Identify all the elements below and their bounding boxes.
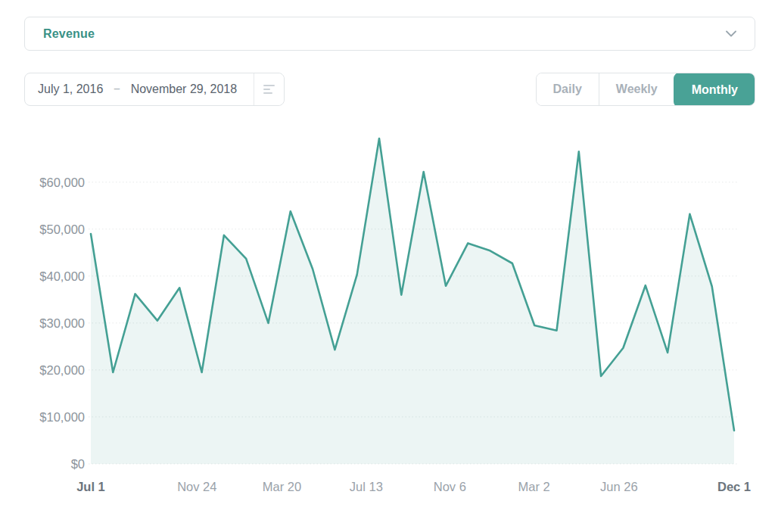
y-axis-tick: $0 — [71, 457, 85, 471]
x-axis-tick: Dec 1 — [717, 480, 751, 493]
x-axis-tick: Mar 2 — [518, 480, 550, 493]
date-presets-button[interactable] — [254, 73, 284, 105]
date-range-picker[interactable]: July 1, 2016 – November 29, 2018 — [24, 73, 285, 106]
list-lines-icon — [263, 82, 275, 96]
date-range-start: July 1, 2016 — [38, 82, 103, 96]
chart-area-fill — [91, 138, 734, 464]
metric-select-value: Revenue — [43, 27, 95, 41]
y-axis-tick: $50,000 — [39, 222, 85, 236]
interval-toggle: Daily Weekly Monthly — [536, 73, 755, 106]
interval-monthly-button[interactable]: Monthly — [674, 73, 755, 106]
x-axis-tick: Nov 6 — [434, 480, 466, 493]
date-range-separator: – — [114, 82, 120, 95]
date-range-values[interactable]: July 1, 2016 – November 29, 2018 — [25, 73, 254, 105]
chevron-down-icon — [726, 30, 736, 37]
y-axis-tick: $60,000 — [39, 176, 85, 189]
y-axis-tick: $40,000 — [39, 269, 85, 283]
x-axis-tick: Nov 24 — [177, 480, 216, 493]
y-axis-tick: $30,000 — [39, 316, 85, 330]
interval-daily-button[interactable]: Daily — [537, 73, 599, 105]
x-axis-tick: Jun 26 — [600, 480, 638, 493]
date-range-end: November 29, 2018 — [131, 82, 238, 96]
y-axis-tick: $10,000 — [39, 410, 85, 424]
y-axis-tick: $20,000 — [39, 363, 85, 377]
metric-select[interactable]: Revenue — [24, 17, 755, 51]
interval-weekly-button[interactable]: Weekly — [599, 73, 674, 105]
revenue-chart[interactable]: $0$10,000$20,000$30,000$40,000$50,000$60… — [0, 129, 775, 507]
revenue-chart-svg[interactable]: $0$10,000$20,000$30,000$40,000$50,000$60… — [0, 129, 775, 507]
revenue-dashboard: Revenue July 1, 2016 – November 29, 2018… — [0, 0, 775, 532]
x-axis-tick: Jul 1 — [76, 480, 105, 493]
x-axis-tick: Mar 20 — [263, 480, 301, 493]
x-axis-tick: Jul 13 — [350, 480, 383, 493]
